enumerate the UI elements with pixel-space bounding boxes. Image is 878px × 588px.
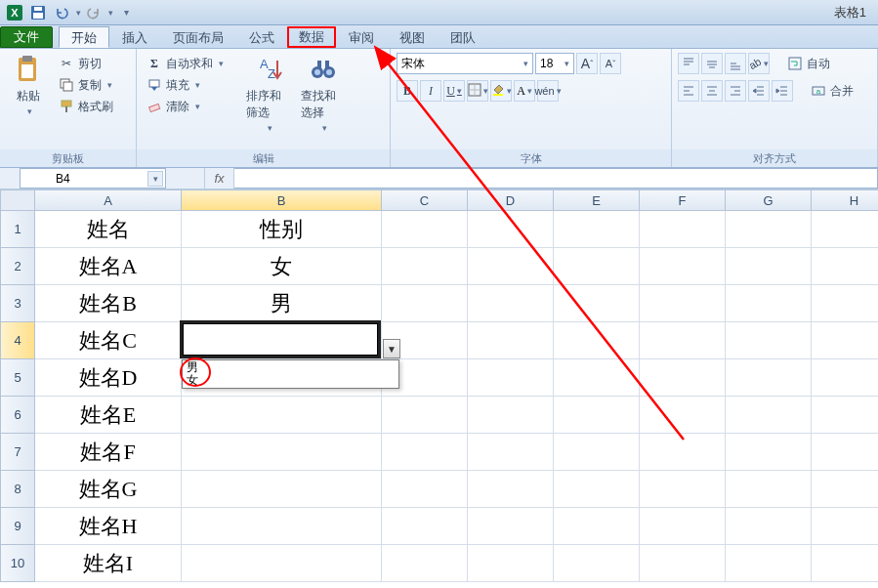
increase-font-button[interactable]: Aˆ — [576, 53, 598, 74]
cell-H9[interactable] — [812, 508, 878, 545]
grid-area[interactable]: 姓名性别姓名A女姓名B男姓名C姓名D姓名E姓名F姓名G姓名H姓名I ▼ 男女 — [35, 211, 878, 582]
sort-dropdown-icon[interactable]: ▾ — [268, 123, 272, 133]
data-validation-dropdown-list[interactable]: 男女 — [182, 359, 399, 389]
row-header-6[interactable]: 6 — [0, 397, 35, 434]
font-size-select[interactable]: 18 ▾ — [535, 53, 574, 74]
cell-F8[interactable] — [640, 471, 726, 508]
cell-C9[interactable] — [382, 508, 468, 545]
row-header-5[interactable]: 5 — [0, 359, 35, 397]
cell-D4[interactable] — [468, 322, 554, 359]
row-header-1[interactable]: 1 — [0, 211, 35, 248]
tab-team[interactable]: 团队 — [438, 26, 488, 48]
orientation-button[interactable]: ab▾ — [748, 53, 770, 74]
cell-H5[interactable] — [812, 359, 878, 397]
cell-A4[interactable]: 姓名C — [35, 322, 182, 359]
cell-B9[interactable] — [182, 508, 382, 545]
cell-G1[interactable] — [726, 211, 812, 248]
cell-H10[interactable] — [812, 545, 878, 582]
cell-G4[interactable] — [726, 322, 812, 359]
column-header-H[interactable]: H — [812, 189, 878, 211]
cell-B6[interactable] — [182, 397, 382, 434]
cell-C6[interactable] — [382, 397, 468, 434]
align-left-button[interactable] — [678, 80, 699, 102]
row-header-4[interactable]: 4 — [0, 322, 35, 359]
cell-B2[interactable]: 女 — [182, 248, 382, 285]
fillcolor-dropdown-icon[interactable]: ▾ — [507, 86, 512, 96]
underline-dropdown-icon[interactable]: ▾ — [457, 86, 462, 96]
cell-F5[interactable] — [640, 359, 726, 397]
column-header-E[interactable]: E — [554, 189, 640, 211]
tab-page-layout[interactable]: 页面布局 — [160, 26, 236, 48]
column-header-D[interactable]: D — [468, 189, 554, 211]
column-header-C[interactable]: C — [382, 189, 468, 211]
merge-center-button[interactable]: a 合并 — [807, 80, 857, 102]
find-dropdown-icon[interactable]: ▾ — [322, 123, 327, 133]
tab-insert[interactable]: 插入 — [109, 26, 160, 48]
align-right-button[interactable] — [725, 80, 746, 102]
cell-D9[interactable] — [468, 508, 554, 545]
cell-E6[interactable] — [554, 397, 640, 434]
cell-F3[interactable] — [640, 285, 726, 322]
qat-customize-icon[interactable]: ▾ — [115, 3, 137, 22]
fx-icon[interactable]: fx — [205, 168, 234, 189]
cell-A6[interactable]: 姓名E — [35, 397, 182, 434]
borders-button[interactable]: ▾ — [467, 80, 488, 102]
cell-F9[interactable] — [640, 508, 726, 545]
cell-G9[interactable] — [726, 508, 812, 545]
cell-F2[interactable] — [640, 248, 726, 285]
cell-C10[interactable] — [382, 545, 468, 582]
cell-A7[interactable]: 姓名F — [35, 434, 182, 471]
font-color-button[interactable]: A ▾ — [514, 80, 535, 102]
undo-icon[interactable] — [51, 3, 72, 22]
undo-dropdown-icon[interactable]: ▾ — [76, 8, 81, 18]
cell-G7[interactable] — [726, 434, 812, 471]
cell-H1[interactable] — [812, 211, 878, 248]
phonetic-button[interactable]: wén ▾ — [537, 80, 559, 102]
cell-B8[interactable] — [182, 471, 382, 508]
copy-button[interactable]: 复制 ▾ — [55, 74, 117, 96]
row-header-3[interactable]: 3 — [0, 285, 35, 322]
cell-D10[interactable] — [468, 545, 554, 582]
tab-formulas[interactable]: 公式 — [236, 26, 287, 48]
cell-H4[interactable] — [812, 322, 878, 359]
cell-A1[interactable]: 姓名 — [35, 211, 182, 248]
cell-D2[interactable] — [468, 248, 554, 285]
row-header-2[interactable]: 2 — [0, 248, 35, 285]
paste-button[interactable]: 粘贴 ▾ — [6, 53, 51, 116]
cell-D1[interactable] — [468, 211, 554, 248]
align-bottom-button[interactable] — [725, 53, 746, 74]
tab-review[interactable]: 审阅 — [336, 26, 387, 48]
tab-data[interactable]: 数据 — [287, 26, 336, 48]
autosum-dropdown-icon[interactable]: ▾ — [219, 59, 224, 68]
cell-C7[interactable] — [382, 434, 468, 471]
cell-D5[interactable] — [468, 359, 554, 397]
formula-input[interactable] — [234, 168, 878, 189]
align-middle-button[interactable] — [701, 53, 723, 74]
cell-E7[interactable] — [554, 434, 640, 471]
row-header-8[interactable]: 8 — [0, 471, 35, 508]
tab-home[interactable]: 开始 — [59, 26, 109, 48]
cell-A10[interactable]: 姓名I — [35, 545, 182, 582]
cell-A3[interactable]: 姓名B — [35, 285, 182, 322]
phonetic-dropdown-icon[interactable]: ▾ — [557, 86, 562, 96]
autosum-button[interactable]: Σ 自动求和 ▾ — [143, 53, 240, 74]
cell-H3[interactable] — [812, 285, 878, 322]
format-painter-button[interactable]: 格式刷 — [55, 96, 117, 117]
cell-G2[interactable] — [726, 248, 812, 285]
column-header-G[interactable]: G — [726, 189, 812, 211]
decrease-indent-button[interactable] — [748, 80, 770, 102]
cell-E3[interactable] — [554, 285, 640, 322]
row-header-9[interactable]: 9 — [0, 508, 35, 545]
cell-G3[interactable] — [726, 285, 812, 322]
cell-H8[interactable] — [812, 471, 878, 508]
name-box-dropdown-icon[interactable]: ▾ — [147, 171, 163, 187]
column-header-B[interactable]: B — [182, 189, 382, 211]
cell-D3[interactable] — [468, 285, 554, 322]
cell-B10[interactable] — [182, 545, 382, 582]
align-center-button[interactable] — [701, 80, 723, 102]
cell-E8[interactable] — [554, 471, 640, 508]
cell-E2[interactable] — [554, 248, 640, 285]
cell-G10[interactable] — [726, 545, 812, 582]
clear-dropdown-icon[interactable]: ▾ — [195, 102, 200, 111]
decrease-font-button[interactable]: Aˇ — [600, 53, 621, 74]
